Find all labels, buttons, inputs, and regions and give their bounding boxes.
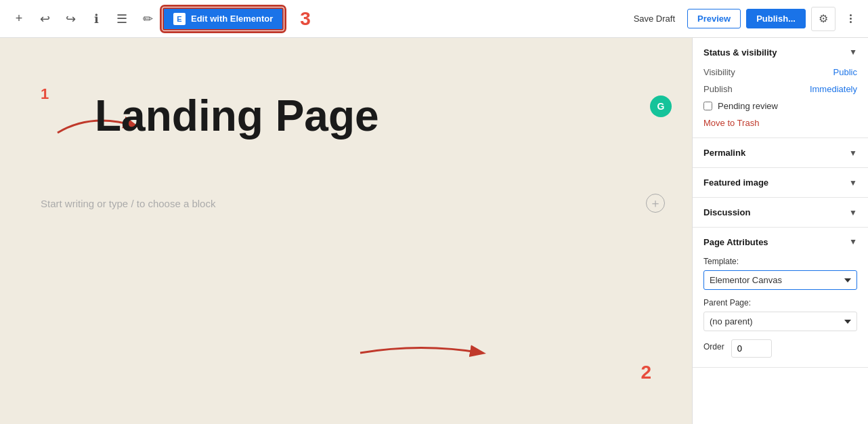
arrow-2	[353, 336, 489, 370]
page-content: Landing Page	[0, 38, 692, 167]
publish-label: Publish	[703, 84, 733, 94]
page-attributes-title: Page Attributes	[703, 237, 768, 247]
permalink-title: Permalink	[703, 148, 745, 158]
visibility-row: Visibility Public	[703, 67, 857, 77]
featured-image-section: Featured image ▼	[693, 168, 868, 198]
status-visibility-chevron: ▲	[849, 48, 857, 58]
info-button[interactable]: ℹ	[85, 8, 107, 30]
status-visibility-header[interactable]: Status & visibility ▲	[693, 38, 868, 67]
edit-button[interactable]: ✏	[137, 8, 158, 30]
pending-review-label: Pending review	[718, 101, 778, 111]
status-visibility-body: Visibility Public Publish Immediately Pe…	[693, 67, 868, 137]
elementor-icon: E	[173, 13, 186, 25]
status-visibility-title: Status & visibility	[703, 47, 777, 58]
main-toolbar: + ↩ ↪ ℹ ☰ ✏ E Edit with Elementor 3 Save…	[0, 0, 868, 38]
grammarly-button[interactable]: G	[650, 96, 672, 117]
template-select[interactable]: Elementor Canvas Default Template Elemen…	[703, 270, 857, 290]
add-button[interactable]: +	[8, 8, 30, 30]
order-row: Order	[703, 339, 857, 358]
permalink-section: Permalink ▼	[693, 138, 868, 168]
publish-row: Publish Immediately	[703, 84, 857, 94]
save-draft-button[interactable]: Save Draft	[627, 9, 682, 28]
page-attributes-body: Template: Elementor Canvas Default Templ…	[693, 257, 868, 367]
order-input[interactable]	[731, 339, 772, 358]
order-label: Order	[703, 342, 724, 352]
edit-with-elementor-button[interactable]: E Edit with Elementor	[162, 7, 284, 30]
add-block-button[interactable]: ＋	[646, 194, 665, 213]
annotation-3: 3	[300, 8, 311, 30]
page-title: Landing Page	[95, 92, 638, 140]
visibility-value[interactable]: Public	[833, 67, 857, 77]
edit-elementor-label: Edit with Elementor	[191, 14, 273, 24]
discussion-title: Discussion	[703, 207, 750, 217]
pending-review-checkbox[interactable]	[703, 102, 712, 110]
featured-image-chevron: ▼	[849, 178, 857, 188]
discussion-chevron: ▼	[849, 208, 857, 217]
redo-button[interactable]: ↪	[60, 8, 81, 30]
publish-value[interactable]: Immediately	[810, 84, 857, 94]
publish-button[interactable]: Publish...	[746, 9, 806, 28]
status-visibility-section: Status & visibility ▲ Visibility Public …	[693, 38, 868, 138]
discussion-section: Discussion ▼	[693, 198, 868, 228]
template-label: Template:	[703, 257, 857, 266]
editor-area: 1 Landing Page G Start writing or type /…	[0, 38, 692, 424]
main-layout: 1 Landing Page G Start writing or type /…	[0, 38, 868, 424]
page-attributes-chevron: ▲	[849, 238, 857, 247]
annotation-2: 2	[641, 362, 651, 383]
featured-image-header[interactable]: Featured image ▼	[693, 168, 868, 197]
permalink-header[interactable]: Permalink ▼	[693, 138, 868, 167]
move-to-trash-link[interactable]: Move to Trash	[703, 118, 857, 128]
sidebar: Status & visibility ▲ Visibility Public …	[692, 38, 868, 424]
preview-button[interactable]: Preview	[687, 9, 741, 28]
discussion-header[interactable]: Discussion ▼	[693, 198, 868, 227]
parent-select[interactable]: (no parent)	[703, 312, 857, 331]
page-attributes-section: Page Attributes ▲ Template: Elementor Ca…	[693, 228, 868, 368]
pending-review-row: Pending review	[703, 101, 857, 111]
more-options-button[interactable]	[841, 7, 860, 31]
list-button[interactable]: ☰	[111, 8, 133, 30]
permalink-chevron: ▼	[849, 148, 857, 158]
write-placeholder-area: Start writing or type / to choose a bloc…	[0, 194, 692, 213]
write-placeholder: Start writing or type / to choose a bloc…	[41, 198, 215, 209]
page-attributes-header[interactable]: Page Attributes ▲	[693, 228, 868, 257]
visibility-label: Visibility	[703, 67, 735, 77]
parent-label: Parent Page:	[703, 298, 857, 308]
settings-button[interactable]: ⚙	[811, 7, 836, 31]
toolbar-right: Save Draft Preview Publish... ⚙	[627, 7, 860, 31]
undo-button[interactable]: ↩	[34, 8, 56, 30]
featured-image-title: Featured image	[703, 177, 768, 188]
